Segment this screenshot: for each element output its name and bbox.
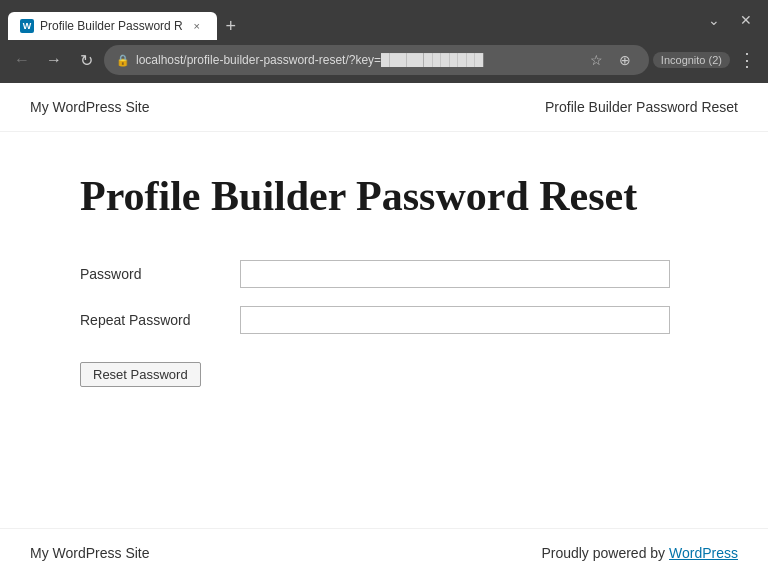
tab-close-icon[interactable]: × — [189, 18, 205, 34]
header-nav-link: Profile Builder Password Reset — [545, 99, 738, 115]
repeat-password-input[interactable] — [240, 306, 670, 334]
site-name-header: My WordPress Site — [30, 99, 150, 115]
tab-title: Profile Builder Password R — [40, 19, 183, 33]
bookmark-icon[interactable]: ☆ — [585, 48, 609, 72]
minimize-button[interactable]: ⌄ — [700, 6, 728, 34]
repeat-password-row: Repeat Password — [80, 306, 688, 334]
password-label: Password — [80, 266, 240, 282]
extension-icon[interactable]: ⊕ — [613, 48, 637, 72]
active-tab[interactable]: W Profile Builder Password R × — [8, 12, 217, 40]
wordpress-link[interactable]: WordPress — [669, 545, 738, 561]
new-tab-button[interactable]: + — [217, 12, 245, 40]
tab-favicon: W — [20, 19, 34, 33]
page-main: Profile Builder Password Reset Password … — [0, 132, 768, 528]
browser-chrome: W Profile Builder Password R × + ⌄ ✕ ← →… — [0, 0, 768, 83]
browser-menu-icon[interactable]: ⋮ — [734, 45, 760, 75]
page-heading: Profile Builder Password Reset — [80, 172, 688, 220]
page-content: My WordPress Site Profile Builder Passwo… — [0, 83, 768, 568]
footer-powered-by: Proudly powered by WordPress — [541, 545, 738, 561]
close-window-button[interactable]: ✕ — [732, 6, 760, 34]
address-bar[interactable]: 🔒 localhost/profile-builder-password-res… — [104, 45, 649, 75]
password-input[interactable] — [240, 260, 670, 288]
incognito-badge: Incognito (2) — [653, 52, 730, 68]
site-header: My WordPress Site Profile Builder Passwo… — [0, 83, 768, 132]
powered-by-text: Proudly powered by — [541, 545, 669, 561]
repeat-password-label: Repeat Password — [80, 312, 240, 328]
back-button[interactable]: ← — [8, 46, 36, 74]
site-footer: My WordPress Site Proudly powered by Wor… — [0, 528, 768, 568]
url-text: localhost/profile-builder-password-reset… — [136, 53, 579, 67]
site-name-footer: My WordPress Site — [30, 545, 150, 561]
lock-icon: 🔒 — [116, 54, 130, 67]
forward-button[interactable]: → — [40, 46, 68, 74]
reload-button[interactable]: ↻ — [72, 46, 100, 74]
password-row: Password — [80, 260, 688, 288]
reset-password-button[interactable]: Reset Password — [80, 362, 201, 387]
